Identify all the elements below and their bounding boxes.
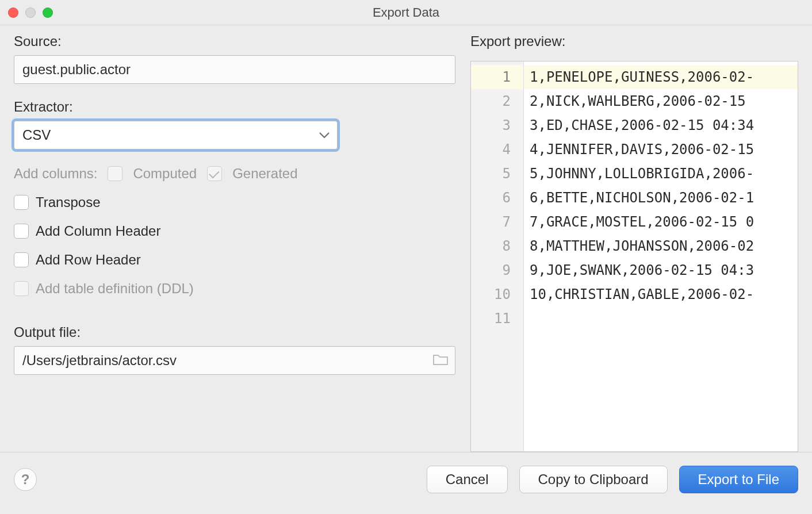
gutter-line: 4 [471, 137, 523, 162]
preview-line: 1,PENELOPE,GUINESS,2006-02- [524, 65, 798, 89]
gutter-line: 2 [471, 89, 523, 113]
add-ddl-label: Add table definition (DDL) [36, 281, 194, 297]
preview-line: 8,MATTHEW,JOHANSSON,2006-02 [524, 234, 798, 258]
zoom-window-button[interactable] [43, 7, 53, 18]
source-input[interactable]: guest.public.actor [14, 55, 455, 84]
cancel-button[interactable]: Cancel [427, 466, 508, 493]
gutter-line: 10 [471, 282, 523, 306]
export-preview-label: Export preview: [470, 33, 798, 49]
window-title: Export Data [0, 5, 812, 20]
preview-line: 6,BETTE,NICHOLSON,2006-02-1 [524, 186, 798, 210]
copy-to-clipboard-button[interactable]: Copy to Clipboard [519, 466, 668, 493]
add-column-header-checkbox[interactable] [14, 224, 29, 239]
window-controls [8, 7, 53, 18]
preview-line: 3,ED,CHASE,2006-02-15 04:34 [524, 113, 798, 137]
computed-checkbox [108, 166, 122, 181]
gutter-line: 3 [471, 113, 523, 137]
preview-line: 10,CHRISTIAN,GABLE,2006-02- [524, 282, 798, 306]
preview-line: 2,NICK,WAHLBERG,2006-02-15 [524, 89, 798, 113]
gutter-line: 5 [471, 162, 523, 186]
add-row-header-label: Add Row Header [36, 252, 141, 268]
minimize-window-button[interactable] [25, 7, 36, 18]
add-columns-label: Add columns: [14, 166, 97, 182]
gutter-line: 1 [471, 65, 523, 89]
preview-line: 9,JOE,SWANK,2006-02-15 04:3 [524, 258, 798, 282]
help-button[interactable]: ? [14, 468, 37, 491]
gutter-line: 8 [471, 234, 523, 258]
preview-lines: 1,PENELOPE,GUINESS,2006-02-2,NICK,WAHLBE… [524, 62, 798, 451]
browse-folder-icon[interactable] [432, 353, 449, 368]
computed-label: Computed [133, 166, 197, 182]
preview-gutter: 1234567891011 [471, 62, 524, 451]
transpose-label: Transpose [36, 194, 101, 210]
preview-line: 7,GRACE,MOSTEL,2006-02-15 0 [524, 210, 798, 234]
gutter-line: 11 [471, 306, 523, 331]
export-preview-pane[interactable]: 1234567891011 1,PENELOPE,GUINESS,2006-02… [470, 61, 798, 452]
extractor-label: Extractor: [14, 99, 455, 115]
preview-line: 4,JENNIFER,DAVIS,2006-02-15 [524, 137, 798, 162]
close-window-button[interactable] [8, 7, 18, 18]
titlebar: Export Data [0, 0, 812, 25]
gutter-line: 7 [471, 210, 523, 234]
transpose-checkbox[interactable] [14, 195, 29, 210]
preview-line: 5,JOHNNY,LOLLOBRIGIDA,2006- [524, 162, 798, 186]
preview-line [524, 306, 798, 331]
gutter-line: 6 [471, 186, 523, 210]
export-to-file-button[interactable]: Export to File [679, 466, 798, 493]
generated-checkbox [207, 166, 222, 181]
gutter-line: 9 [471, 258, 523, 282]
add-column-header-label: Add Column Header [36, 223, 160, 239]
add-row-header-checkbox[interactable] [14, 252, 29, 267]
output-file-label: Output file: [14, 324, 455, 340]
add-ddl-checkbox [14, 281, 29, 296]
source-label: Source: [14, 33, 455, 49]
generated-label: Generated [232, 166, 297, 182]
output-file-input[interactable]: /Users/jetbrains/actor.csv [14, 346, 455, 375]
extractor-select[interactable]: CSV [14, 121, 338, 149]
dialog-footer: ? Cancel Copy to Clipboard Export to Fil… [0, 452, 812, 506]
